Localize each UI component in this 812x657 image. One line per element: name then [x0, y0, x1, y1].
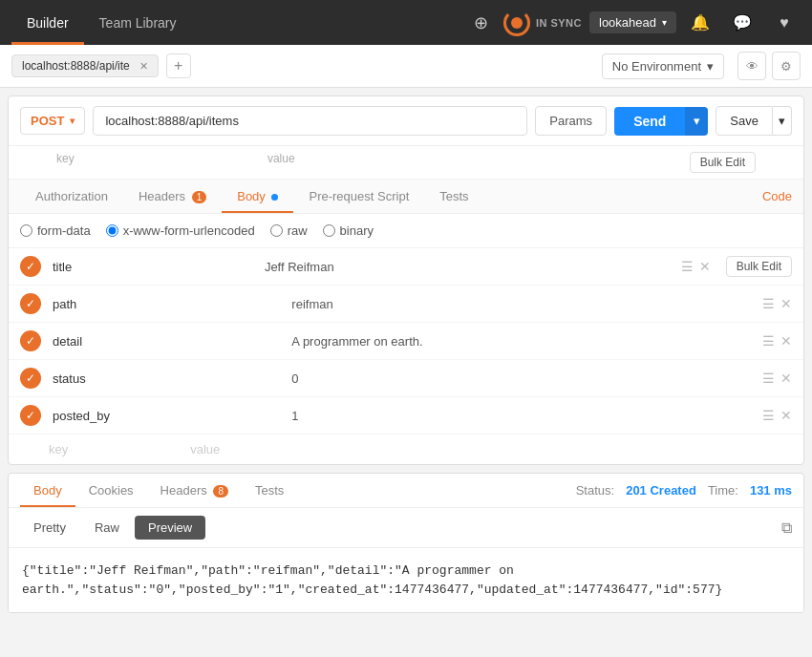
send-button[interactable]: Send — [614, 107, 685, 136]
status-label: Status: — [576, 483, 614, 498]
sync-ring — [503, 10, 530, 36]
url-bar: localhost:8888/api/ite ✕ + No Environmen… — [0, 45, 812, 88]
row-check-path[interactable]: ✓ — [20, 293, 41, 314]
delete-icon-detail[interactable]: ✕ — [780, 333, 792, 349]
resp-tab-headers[interactable]: Headers 8 — [147, 474, 242, 507]
reorder-icon-detail[interactable]: ☰ — [762, 333, 775, 349]
resp-headers-badge: 8 — [213, 485, 228, 498]
env-actions: 👁 ⚙ — [737, 52, 801, 80]
row-actions-detail: ☰ ✕ — [762, 333, 792, 349]
bulk-edit-fields-button[interactable]: Bulk Edit — [726, 256, 792, 277]
add-tab-button[interactable]: + — [166, 53, 191, 78]
empty-form-row: key value — [9, 434, 803, 464]
send-dropdown-button[interactable]: ▾ — [685, 107, 708, 136]
save-button-group: Save ▾ — [716, 106, 792, 136]
delete-icon-path[interactable]: ✕ — [780, 296, 792, 311]
field-key-status: status — [49, 371, 284, 386]
format-tab-pretty[interactable]: Pretty — [20, 516, 79, 540]
body-format-tabs: Pretty Raw Preview ⧉ — [9, 508, 803, 548]
params-button[interactable]: Params — [535, 106, 607, 136]
request-panel: POST ▾ Params Send ▾ Save ▾ key value Bu… — [8, 95, 804, 465]
sync-inner — [511, 17, 523, 29]
field-key-path: path — [49, 297, 284, 311]
nav-tabs: Builder Team Library — [11, 0, 465, 45]
settings-icon[interactable]: ⚙ — [772, 52, 801, 80]
field-key-title: title — [49, 260, 257, 274]
field-value-title: Jeff Reifman — [265, 260, 673, 274]
resp-tab-cookies[interactable]: Cookies — [75, 474, 147, 507]
status-value: 201 Created — [626, 483, 696, 498]
response-tabs: Body Cookies Headers 8 Tests Status: 201… — [9, 474, 803, 508]
tab-tests[interactable]: Tests — [424, 180, 483, 213]
bell-icon[interactable]: 🔔 — [684, 7, 716, 39]
satellite-icon[interactable]: ⊕ — [465, 7, 498, 39]
row-actions-path: ☰ ✕ — [762, 296, 792, 311]
response-status-area: Status: 201 Created Time: 131 ms — [576, 483, 792, 498]
tab-pre-request[interactable]: Pre-request Script — [293, 180, 424, 213]
delete-icon-title[interactable]: ✕ — [699, 259, 711, 274]
reorder-icon-path[interactable]: ☰ — [762, 296, 775, 311]
heart-icon[interactable]: ♥ — [768, 7, 801, 39]
resp-tab-tests[interactable]: Tests — [242, 474, 297, 507]
bulk-edit-header-button[interactable]: Bulk Edit — [690, 152, 756, 173]
env-selector[interactable]: No Environment ▾ — [602, 53, 724, 79]
resp-tab-body[interactable]: Body — [20, 474, 75, 507]
nav-tab-team-library[interactable]: Team Library — [84, 0, 192, 45]
save-button[interactable]: Save — [716, 106, 773, 136]
format-tab-preview[interactable]: Preview — [135, 516, 205, 540]
user-name: lookahead — [599, 15, 656, 30]
save-dropdown-button[interactable]: ▾ — [773, 106, 792, 136]
binary-radio[interactable] — [323, 224, 335, 237]
method-button[interactable]: POST ▾ — [20, 107, 85, 135]
url-input[interactable] — [93, 106, 527, 136]
form-data-radio[interactable] — [20, 224, 32, 237]
tab-close-icon[interactable]: ✕ — [139, 60, 148, 73]
delete-icon-status[interactable]: ✕ — [780, 371, 792, 386]
sync-label: IN SYNC — [536, 17, 582, 29]
reorder-icon-status[interactable]: ☰ — [762, 371, 775, 386]
form-row-posted-by: ✓ posted_by 1 ☰ ✕ — [9, 397, 803, 434]
row-check-posted-by[interactable]: ✓ — [20, 405, 41, 426]
kv-header-row: key value Bulk Edit — [9, 146, 803, 180]
method-label: POST — [31, 114, 64, 128]
time-value: 131 ms — [750, 483, 792, 498]
chat-icon[interactable]: 💬 — [726, 7, 759, 39]
chevron-down-icon: ▾ — [662, 17, 667, 28]
reorder-icon-title[interactable]: ☰ — [681, 259, 694, 274]
field-key-detail: detail — [49, 334, 284, 349]
eye-icon[interactable]: 👁 — [737, 52, 766, 80]
form-data-option[interactable]: form-data — [20, 223, 91, 238]
response-section: Body Cookies Headers 8 Tests Status: 201… — [8, 473, 804, 613]
user-dropdown[interactable]: lookahead ▾ — [589, 11, 676, 33]
form-row-detail: ✓ detail A programmer on earth. ☰ ✕ — [9, 323, 803, 360]
binary-option[interactable]: binary — [323, 223, 374, 238]
row-check-detail[interactable]: ✓ — [20, 330, 41, 351]
raw-radio[interactable] — [270, 224, 283, 237]
env-chevron-icon: ▾ — [707, 59, 714, 74]
active-tab[interactable]: localhost:8888/api/ite ✕ — [11, 54, 159, 77]
copy-response-button[interactable]: ⧉ — [781, 519, 792, 537]
response-body: {"title":"Jeff Reifman","path":"reifman"… — [9, 548, 803, 612]
reorder-icon-posted-by[interactable]: ☰ — [762, 408, 775, 423]
send-button-group: Send ▾ — [614, 107, 708, 136]
delete-icon-posted-by[interactable]: ✕ — [780, 408, 792, 423]
row-check-title[interactable]: ✓ — [20, 256, 41, 277]
tab-url: localhost:8888/api/ite — [22, 59, 130, 73]
code-link[interactable]: Code — [762, 189, 792, 203]
row-check-status[interactable]: ✓ — [20, 368, 41, 389]
tab-authorization[interactable]: Authorization — [20, 180, 123, 213]
x-www-radio[interactable] — [106, 224, 118, 237]
form-row-status: ✓ status 0 ☰ ✕ — [9, 360, 803, 397]
field-value-status: 0 — [291, 371, 755, 386]
format-tab-raw[interactable]: Raw — [81, 516, 133, 540]
x-www-form-option[interactable]: x-www-form-urlencoded — [106, 223, 255, 238]
field-value-path: reifman — [291, 297, 755, 311]
empty-key: key — [20, 442, 68, 456]
nav-tab-builder[interactable]: Builder — [11, 0, 84, 45]
field-key-posted-by: posted_by — [49, 409, 284, 423]
tab-headers[interactable]: Headers 1 — [123, 180, 222, 213]
tab-body[interactable]: Body — [222, 180, 293, 213]
nav-icons: 🔔 💬 ♥ — [684, 7, 801, 39]
raw-option[interactable]: raw — [270, 223, 308, 238]
row-actions-title: ☰ ✕ — [681, 259, 711, 274]
